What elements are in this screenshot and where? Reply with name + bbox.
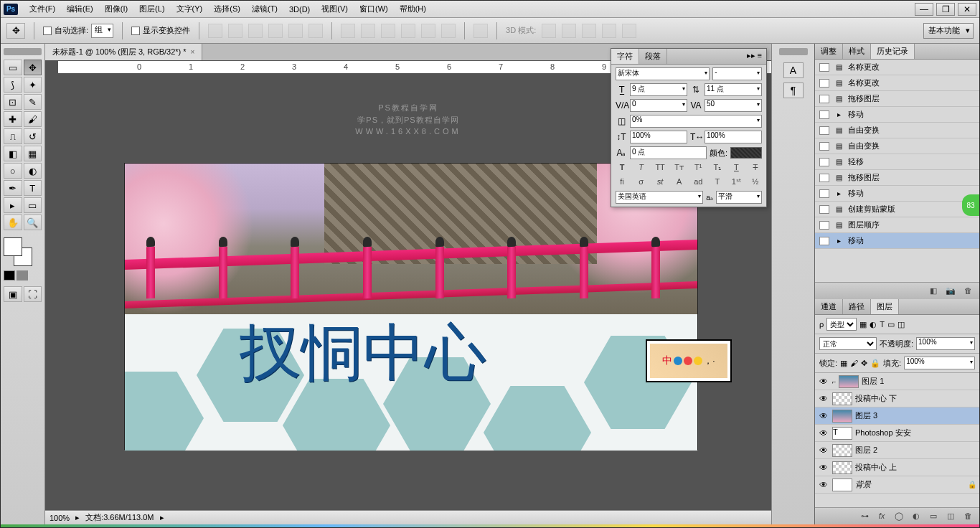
sigma-icon[interactable]: σ	[635, 176, 648, 188]
eyedropper-tool[interactable]: ✎	[24, 94, 42, 110]
align-icon[interactable]	[308, 24, 323, 38]
blend-mode-dropdown[interactable]: 正常	[819, 337, 877, 350]
layer-kind-dropdown[interactable]: 类型	[826, 318, 857, 331]
lock-all-icon[interactable]: 🔒	[870, 359, 880, 368]
tab-paragraph[interactable]: 段落	[639, 49, 667, 64]
shift-input[interactable]: 0 点	[630, 146, 707, 159]
leading-input[interactable]: 11 点	[705, 83, 762, 96]
lasso-tool[interactable]: ⟆	[4, 77, 22, 93]
distribute-icon[interactable]	[401, 24, 415, 38]
smallcaps-icon[interactable]: Tᴛ	[673, 162, 686, 174]
workspace-dropdown[interactable]: 基本功能	[923, 23, 974, 39]
mode3d-icon[interactable]	[562, 24, 576, 38]
layers-list[interactable]: 👁⌐图层 1👁投稿中心 下👁图层 3👁TPhotoshop 安安👁图层 2👁投稿…	[815, 373, 979, 507]
antialias-dropdown[interactable]: 平滑	[716, 191, 762, 204]
lock-paint-icon[interactable]: 🖌	[850, 359, 858, 367]
swash-icon[interactable]: A	[673, 176, 686, 188]
hand-tool[interactable]: ✋	[4, 214, 22, 230]
quickmask-tool[interactable]: ▣	[4, 286, 22, 302]
link-icon[interactable]: ⊶	[859, 512, 870, 522]
align-icon[interactable]	[248, 24, 263, 38]
ordinal-icon[interactable]: 1ˢᵗ	[730, 176, 743, 188]
history-item[interactable]: ▤创建剪贴蒙版	[815, 202, 979, 217]
layer-item[interactable]: 👁投稿中心 上	[815, 459, 979, 476]
distribute-icon[interactable]	[341, 24, 355, 38]
kerning-input[interactable]: 0	[630, 99, 687, 112]
layer-item[interactable]: 👁图层 3	[815, 407, 979, 425]
screenmode-tool[interactable]: ⛶	[24, 286, 42, 302]
swap-colors-icon[interactable]	[17, 270, 28, 280]
crop-tool[interactable]: ⊡	[4, 94, 22, 110]
menu-filter[interactable]: 滤镜(T)	[246, 1, 283, 16]
trash-icon[interactable]: 🗑	[962, 512, 974, 522]
underline-icon[interactable]: T	[730, 162, 743, 174]
mode3d-icon[interactable]	[622, 24, 636, 38]
st-icon[interactable]: st	[654, 176, 666, 188]
history-item[interactable]: ▤拖移图层	[815, 170, 979, 186]
align-icon[interactable]	[208, 24, 222, 38]
menu-help[interactable]: 帮助(H)	[394, 1, 432, 16]
dodge-tool[interactable]: ◐	[24, 163, 42, 179]
panel-grip[interactable]	[779, 48, 808, 55]
doc-info[interactable]: 文档:3.66M/113.0M	[85, 512, 154, 523]
super-icon[interactable]: T¹	[692, 162, 705, 174]
vscale-input[interactable]: 100%	[630, 131, 687, 143]
distribute-icon[interactable]	[381, 24, 395, 38]
mode3d-icon[interactable]	[602, 24, 616, 38]
minimize-button[interactable]: —	[915, 3, 933, 16]
fx-icon[interactable]: fx	[876, 512, 887, 522]
fi-icon[interactable]: fi	[616, 176, 628, 188]
visibility-icon[interactable]: 👁	[818, 446, 829, 456]
mode3d-icon[interactable]	[582, 24, 596, 38]
menu-3d[interactable]: 3D(D)	[283, 3, 316, 16]
visibility-icon[interactable]: 👁	[818, 394, 829, 404]
adjust-icon[interactable]: ◐	[910, 512, 922, 522]
zoom-level[interactable]: 100%	[50, 514, 70, 522]
strike-icon[interactable]: T	[749, 162, 762, 174]
move-tool[interactable]: ✥	[24, 60, 42, 75]
auto-align-icon[interactable]	[473, 24, 488, 38]
paragraph-panel-icon[interactable]: ¶	[783, 82, 804, 98]
new-layer-icon[interactable]: ◫	[945, 512, 956, 522]
auto-select-dropdown[interactable]: 组	[91, 24, 113, 38]
snapshot-icon[interactable]: ◧	[928, 286, 939, 296]
layer-item[interactable]: 👁投稿中心 下	[815, 390, 979, 407]
zoom-tool[interactable]: 🔍	[24, 214, 42, 230]
filter-adjust-icon[interactable]: ◐	[870, 320, 877, 329]
stamp-tool[interactable]: ⎍	[4, 128, 22, 144]
history-item[interactable]: ▸移动	[815, 186, 979, 202]
titling-icon[interactable]: T	[711, 176, 724, 188]
layer-item[interactable]: 👁⌐图层 1	[815, 373, 979, 390]
font-style-dropdown[interactable]: -	[712, 67, 762, 80]
hscale-input[interactable]: 100%	[705, 131, 762, 143]
default-colors-icon[interactable]	[4, 270, 15, 280]
visibility-icon[interactable]: 👁	[818, 480, 829, 490]
history-item[interactable]: ▸移动	[815, 107, 979, 123]
align-icon[interactable]	[268, 24, 283, 38]
tab-paths[interactable]: 路径	[843, 299, 871, 314]
italic-icon[interactable]: T	[635, 162, 648, 174]
font-size-input[interactable]: 9 点	[630, 83, 687, 96]
menu-layer[interactable]: 图层(L)	[133, 1, 170, 16]
filter-pixel-icon[interactable]: ▦	[859, 320, 867, 329]
menu-image[interactable]: 图像(I)	[99, 1, 133, 16]
menu-file[interactable]: 文件(F)	[24, 1, 61, 16]
text-color-swatch[interactable]	[730, 147, 762, 159]
distribute-icon[interactable]	[361, 24, 375, 38]
close-button[interactable]: ✕	[958, 3, 976, 16]
move-tool-indicator[interactable]: ✥	[6, 23, 25, 39]
tab-character[interactable]: 字符	[611, 49, 639, 64]
history-item[interactable]: ▤名称更改	[815, 75, 979, 91]
history-item[interactable]: ▸移动	[815, 233, 979, 249]
alt-icon[interactable]: ad	[692, 176, 705, 188]
visibility-icon[interactable]: 👁	[818, 428, 829, 438]
bold-icon[interactable]: T	[616, 162, 628, 174]
gradient-tool[interactable]: ▦	[24, 146, 42, 161]
menu-view[interactable]: 视图(V)	[316, 1, 354, 16]
history-item[interactable]: ▤拖移图层	[815, 91, 979, 107]
history-item[interactable]: ▤名称更改	[815, 60, 979, 75]
distribute-icon[interactable]	[421, 24, 435, 38]
toolbox-grip[interactable]	[4, 48, 42, 55]
notification-badge[interactable]: 83	[962, 194, 979, 216]
fraction-icon[interactable]: ½	[749, 176, 762, 188]
